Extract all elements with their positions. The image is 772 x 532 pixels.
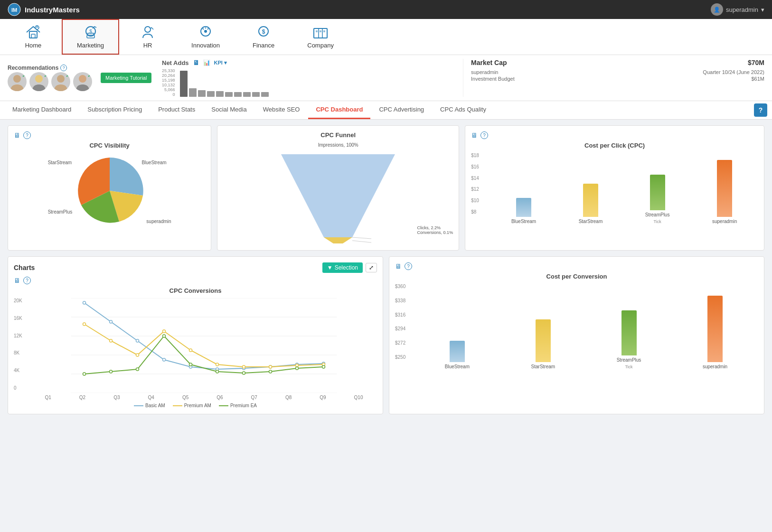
tab-cpc-ads-quality[interactable]: CPC Ads Quality	[433, 101, 494, 119]
cpc-bar-panel: 🖥 ? Cost per Click (CPC) $18$16$14$12$10…	[465, 125, 764, 251]
svg-point-48	[110, 339, 113, 342]
charts-panel: Charts ▼ Selection ⤢ 🖥 ? CPC Conversions…	[8, 256, 383, 414]
conversion-icon-row: 🖥 ?	[395, 262, 758, 270]
conv-bar-streamplus: StreamPlus Tick	[617, 310, 641, 369]
recommendations-help-icon[interactable]: ?	[60, 65, 67, 71]
svg-point-66	[322, 365, 325, 368]
user-menu[interactable]: 👤 superadmin ▾	[711, 3, 764, 16]
svg-text:IM: IM	[11, 7, 17, 13]
tab-cpc-dashboard[interactable]: CPC Dashboard	[308, 101, 370, 119]
logo-icon: IM	[8, 3, 21, 16]
svg-rect-20	[320, 30, 321, 32]
charts-icon-row: 🖥 ?	[14, 277, 377, 284]
module-finance-label: Finance	[253, 42, 274, 49]
tab-marketing-dashboard[interactable]: Marketing Dashboard	[5, 101, 79, 119]
module-marketing-label: Marketing	[77, 42, 104, 49]
svg-point-37	[83, 301, 86, 304]
finance-icon: $	[255, 25, 272, 40]
module-nav: Home $ Marketing HR Innovation	[0, 19, 772, 55]
svg-point-64	[269, 370, 272, 373]
market-cap-section: Market Cap $70M superadmin Quarter 10/24…	[463, 59, 764, 97]
help-icon-cpc[interactable]: ?	[480, 131, 488, 139]
help-button[interactable]: ?	[754, 103, 767, 117]
conv-bar-starstream-rect	[536, 319, 551, 362]
conv-bar-bluestream: BlueStream	[445, 341, 470, 369]
selection-button[interactable]: ▼ Selection	[322, 262, 363, 273]
kpi-btn[interactable]: KPI ▾	[214, 60, 227, 66]
cpc-visibility-panel: 🖥 ? CPC Visibility BlueStream StarStream	[8, 125, 211, 251]
module-marketing[interactable]: $ Marketing	[62, 19, 119, 55]
tutorial-button[interactable]: Marketing Tutorial	[101, 73, 151, 83]
cpc-bar-icon-row: 🖥 ?	[471, 131, 758, 139]
help-icon-conversion[interactable]: ?	[405, 262, 412, 270]
help-icon-visibility[interactable]: ?	[23, 131, 31, 139]
svg-point-24	[35, 75, 43, 83]
svg-rect-16	[314, 28, 327, 38]
tab-website-seo[interactable]: Website SEO	[255, 101, 308, 119]
topbar: IM IndustryMasters 👤 superadmin ▾	[0, 0, 772, 19]
svg-point-53	[243, 365, 245, 368]
line-chart-svg	[31, 298, 377, 393]
bar-superadmin-rect	[717, 160, 732, 217]
sub-tabs: Marketing Dashboard Subscription Pricing…	[0, 101, 772, 120]
pie-label-starstream: StarStream	[48, 160, 72, 165]
svg-point-52	[216, 363, 219, 366]
cpc-visibility-title: CPC Visibility	[14, 142, 205, 149]
recommendations-label: Recommendations	[8, 65, 58, 71]
bar-superadmin-cpc: superadmin	[712, 160, 737, 224]
pie-label-bluestream: BlueStream	[141, 160, 166, 165]
logo: IM IndustryMasters	[8, 3, 80, 16]
tab-product-stats[interactable]: Product Stats	[151, 101, 203, 119]
cost-conversion-panel: 🖥 ? Cost per Conversion $360$338$316$294…	[389, 256, 764, 414]
svg-rect-19	[316, 30, 318, 32]
bar-streamplus: StreamPlus Tick	[645, 175, 670, 224]
svg-marker-28	[324, 237, 352, 243]
monitor-icon-net: 🖥	[193, 59, 199, 66]
cost-conversion-title: Cost per Conversion	[395, 273, 758, 280]
module-innovation[interactable]: Innovation	[176, 19, 235, 55]
conv-bar-starstream: StarStream	[531, 319, 555, 369]
legend-premium-am: Premium AM	[173, 403, 211, 408]
svg-point-57	[83, 373, 86, 375]
innovation-icon	[197, 25, 214, 40]
chart-icon-net: 📊	[203, 59, 210, 66]
svg-line-11	[207, 28, 208, 29]
svg-rect-21	[323, 30, 325, 32]
svg-point-54	[269, 365, 272, 368]
conversion-y-labels: $360$338$316$294$272$250	[395, 284, 405, 360]
filter-icon: ▼	[327, 264, 333, 271]
charts-main-title: Charts	[14, 264, 35, 271]
pie-label-superadmin: superadmin	[146, 219, 171, 224]
legend-premium-ea: Premium EA	[219, 403, 257, 408]
marketing-icon: $	[82, 25, 99, 40]
tab-social-media[interactable]: Social Media	[204, 101, 254, 119]
svg-point-13	[204, 30, 207, 33]
svg-point-22	[13, 75, 21, 83]
help-icon-charts[interactable]: ?	[23, 277, 31, 284]
module-finance[interactable]: $ Finance	[235, 19, 292, 55]
svg-point-51	[189, 349, 192, 352]
module-hr[interactable]: HR	[119, 19, 176, 55]
module-home[interactable]: Home	[5, 19, 62, 55]
info-bar: Recommendations ? ✓ ✓ ✓ ✓	[0, 55, 772, 101]
company-icon	[312, 25, 329, 40]
module-company[interactable]: Company	[292, 19, 349, 55]
visibility-icon-row: 🖥 ?	[14, 131, 205, 139]
module-hr-label: HR	[143, 42, 152, 49]
monitor-icon-visibility: 🖥	[14, 131, 20, 139]
monitor-icon-charts: 🖥	[14, 277, 20, 284]
rec-avatar-1: ✓	[8, 72, 27, 91]
line-chart-y-labels: 20K16K12K8K4K0	[14, 298, 22, 391]
svg-point-63	[243, 372, 245, 374]
cpc-conversions-title: CPC Conversions	[14, 287, 377, 294]
bar-starstream: StarStream	[579, 184, 603, 224]
top-row: 🖥 ? CPC Visibility BlueStream StarStream	[8, 125, 764, 251]
market-cap-title: Market Cap $70M	[471, 59, 764, 66]
tab-subscription-pricing[interactable]: Subscription Pricing	[80, 101, 150, 119]
cpc-funnel-panel: CPC Funnel Impressions, 100% Clicks, 2.2…	[217, 125, 459, 251]
tab-cpc-advertising[interactable]: CPC Advertising	[371, 101, 432, 119]
expand-button[interactable]: ⤢	[366, 263, 377, 272]
main-content: 🖥 ? CPC Visibility BlueStream StarStream	[0, 120, 772, 420]
avatar: 👤	[711, 3, 723, 16]
svg-point-26	[79, 75, 86, 83]
